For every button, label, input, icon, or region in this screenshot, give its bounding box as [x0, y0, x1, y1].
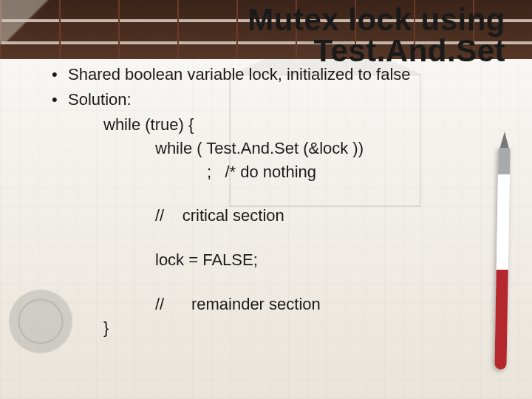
code-do-nothing: ; /* do nothing	[207, 160, 488, 184]
slide-body: Shared boolean variable lock, initialize…	[52, 63, 488, 340]
code-critical: // critical section	[155, 204, 488, 228]
bullet-shared-var: Shared boolean variable lock, initialize…	[52, 63, 488, 86]
code-remainder: // remainder section	[155, 293, 488, 316]
bullet-solution: Solution:	[52, 88, 488, 112]
code-close-brace: }	[103, 316, 488, 340]
title-line-1: Mutex lock using	[0, 4, 505, 35]
spacer	[52, 183, 488, 204]
title-line-2: Test.And.Set	[0, 35, 505, 66]
code-unlock: lock = FALSE;	[155, 248, 488, 272]
slide-title: Mutex lock using Test.And.Set	[0, 4, 532, 66]
code-while-test: while ( Test.And.Set (&lock ))	[155, 137, 488, 160]
code-while-true: while (true) {	[103, 113, 488, 137]
spacer	[52, 272, 488, 293]
spacer	[52, 228, 488, 248]
slide: Mutex lock using Test.And.Set Shared boo…	[0, 0, 532, 399]
